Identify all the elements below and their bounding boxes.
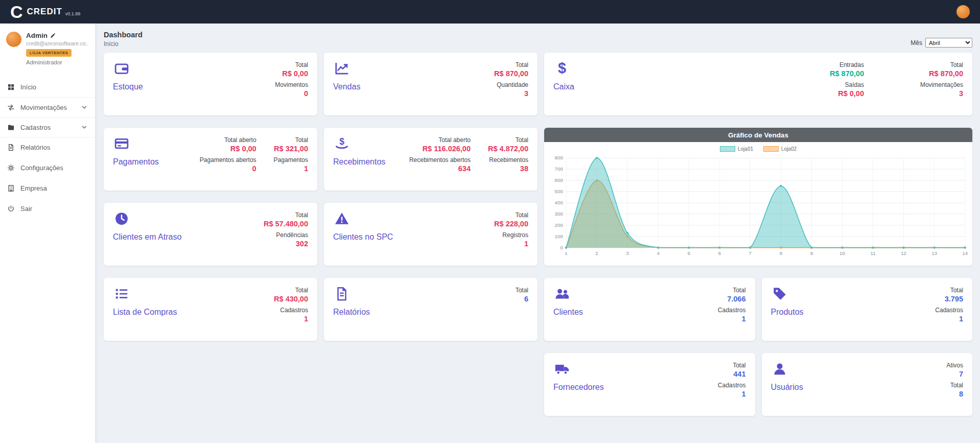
card-stats: Ativos7Total8 — [946, 361, 963, 408]
stat-label: Total — [516, 212, 528, 219]
sidebar-item-configuracoes[interactable]: Configurações — [0, 157, 95, 178]
svg-text:6: 6 — [718, 250, 721, 256]
month-select[interactable]: Abril — [925, 38, 972, 48]
sidebar-item-cadastros[interactable]: Cadastros — [0, 117, 95, 137]
sidebar-item-label: Cadastros — [20, 124, 75, 131]
warning-icon — [334, 211, 349, 226]
card-lista-de-compras[interactable]: Lista de ComprasTotalR$ 430,00Cadastros1 — [104, 278, 317, 341]
truck-icon — [554, 361, 570, 377]
card-fornecedores[interactable]: FornecedoresTotal441Cadastros1 — [544, 353, 755, 416]
stat-label: Registros — [502, 231, 528, 239]
card-title: Clientes — [553, 308, 583, 317]
card-caixa[interactable]: $CaixaEntradasR$ 870,00SaídasR$ 0,00Tota… — [544, 53, 972, 115]
svg-text:10: 10 — [839, 250, 845, 256]
stat-label: Total — [733, 362, 745, 369]
stat-label: Movimentações — [920, 81, 963, 88]
card-vendas[interactable]: VendasTotalR$ 870,00Quantidade3 — [324, 53, 538, 115]
stat-value: 1 — [304, 165, 308, 173]
edit-profile-icon[interactable] — [50, 33, 56, 38]
stat-group: Total441Cadastros1 — [718, 361, 746, 408]
card-produtos[interactable]: ProdutosTotal3.795Cadastros1 — [762, 278, 973, 341]
card-title: Vendas — [333, 82, 360, 91]
card-title: Relatórios — [333, 308, 370, 317]
stat-label: Total — [516, 287, 528, 294]
svg-text:4: 4 — [657, 250, 660, 256]
user-avatar[interactable] — [956, 5, 970, 18]
breadcrumb: Início — [104, 40, 143, 48]
stat-label: Total — [950, 61, 963, 68]
card-clientes[interactable]: ClientesTotal7.066Cadastros1 — [544, 278, 755, 341]
stat-group: Total6 — [516, 286, 528, 333]
app-logo: C — [10, 3, 23, 20]
legend-item-loja01[interactable]: Loja01 — [720, 146, 753, 152]
stat-group: TotalR$ 4.872,00Recebimentos38 — [488, 136, 528, 182]
clock-icon — [114, 211, 129, 226]
card-title: Pagamentos — [113, 157, 159, 167]
stat-label: Total — [516, 136, 528, 144]
svg-text:300: 300 — [555, 211, 563, 217]
stat-value: 7 — [959, 370, 963, 378]
card-usuarios[interactable]: UsuáriosAtivos7Total8 — [762, 353, 973, 416]
card-left: Clientes em Atraso — [113, 211, 181, 258]
card-title: Lista de Compras — [113, 308, 177, 317]
card-relatorios[interactable]: RelatóriosTotal6 — [324, 278, 538, 341]
svg-text:12: 12 — [901, 250, 906, 256]
card-stats: EntradasR$ 870,00SaídasR$ 0,00TotalR$ 87… — [830, 61, 963, 107]
stat-label: Cadastros — [718, 307, 746, 314]
card-stats: TotalR$ 870,00Quantidade3 — [494, 61, 528, 107]
stat-label: Total aberto — [224, 136, 256, 144]
user-name: Admin — [26, 32, 48, 39]
stat-value: R$ 321,00 — [274, 145, 308, 153]
stat-value: 0 — [252, 165, 256, 173]
svg-text:11: 11 — [870, 250, 875, 256]
legend-item-loja02[interactable]: Loja02 — [763, 146, 797, 152]
svg-text:500: 500 — [555, 189, 563, 194]
stat-value: 1 — [741, 390, 745, 398]
sidebar-item-label: Empresa — [20, 184, 88, 192]
grid-icon — [7, 83, 15, 91]
month-label: Mês — [911, 39, 922, 46]
sidebar-item-label: Relatórios — [20, 144, 88, 151]
card-title: Caixa — [553, 82, 574, 91]
card-stats: Total abertoR$ 0,00Pagamentos abertos0To… — [200, 136, 308, 182]
profile-section: Admin credit@anronsoftware.co... LOJA VE… — [0, 32, 95, 73]
stat-value: 3 — [959, 89, 963, 98]
svg-text:600: 600 — [555, 177, 563, 183]
sidebar-item-sair[interactable]: Sair — [0, 198, 95, 219]
stat-value: R$ 0,00 — [838, 89, 864, 98]
stat-label: Total — [950, 382, 963, 389]
chevron-down-icon — [81, 104, 88, 111]
chevron-down-icon — [81, 124, 88, 131]
sidebar-item-relatorios[interactable]: Relatórios — [0, 137, 95, 157]
card-clientes-em-atraso[interactable]: Clientes em AtrasoTotalR$ 57.480,00Pendê… — [104, 203, 317, 266]
card-pagamentos[interactable]: PagamentosTotal abertoR$ 0,00Pagamentos … — [104, 128, 317, 191]
legend-swatch — [763, 146, 779, 152]
card-left: Fornecedores — [553, 361, 604, 408]
sidebar-item-label: Sair — [20, 205, 88, 213]
sidebar-menu: InícioMovimentaçõesCadastrosRelatóriosCo… — [0, 77, 95, 219]
card-left: $Recebimentos — [333, 136, 385, 182]
sidebar-item-inicio[interactable]: Início — [0, 77, 95, 97]
card-recebimentos[interactable]: $RecebimentosTotal abertoR$ 116.026,00Re… — [324, 128, 538, 191]
stat-value: 3.795 — [945, 295, 963, 303]
stat-label: Total — [295, 287, 308, 294]
stat-label: Total aberto — [438, 136, 471, 144]
user-email: credit@anronsoftware.co... — [26, 40, 89, 46]
card-estoque[interactable]: EstoqueTotalR$ 0,00Movimentos0 — [104, 53, 317, 115]
main-content: Dashboard Início Mês Abril EstoqueTotalR… — [95, 24, 980, 443]
card-title: Produtos — [771, 308, 804, 317]
sidebar-item-empresa[interactable]: Empresa — [0, 178, 95, 198]
stat-label: Cadastros — [935, 307, 963, 314]
stat-label: Cadastros — [718, 382, 746, 389]
card-clientes-no-spc[interactable]: Clientes no SPCTotalR$ 228,00Registros1 — [324, 203, 538, 266]
card-title: Clientes no SPC — [333, 232, 393, 242]
stat-label: Movimentos — [275, 81, 308, 88]
card-stats: TotalR$ 0,00Movimentos0 — [275, 61, 308, 107]
gear-icon — [7, 164, 15, 172]
sidebar-item-movimentacoes[interactable]: Movimentações — [0, 97, 95, 118]
month-filter: Mês Abril — [911, 38, 972, 48]
small-cards-grid: ClientesTotal7.066Cadastros1ProdutosTota… — [544, 278, 972, 416]
file-icon — [7, 144, 15, 151]
stat-value: 0 — [304, 89, 308, 98]
store-badge: LOJA VERTENTES — [26, 49, 72, 57]
